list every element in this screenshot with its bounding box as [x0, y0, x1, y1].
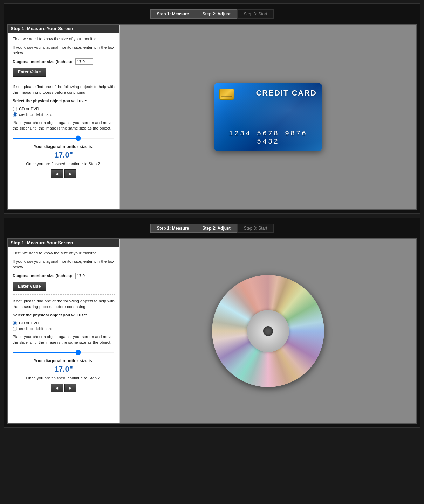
radio-cd-text-2: CD or DVD — [19, 321, 39, 325]
radio-group-2: CD or DVD credit or debit card — [13, 321, 115, 331]
next-btn-2[interactable]: ► — [64, 384, 77, 392]
size-slider-2[interactable] — [13, 352, 115, 353]
size-label-1: Diagonal monitor size (inches): — [13, 59, 73, 64]
card-chip — [219, 89, 234, 100]
radio-card-1[interactable] — [13, 112, 17, 117]
divider-1 — [13, 80, 115, 80]
size-label-2: Diagonal monitor size (inches): — [13, 274, 73, 278]
main-area-2: Step 1: Measure Your Screen First, we ne… — [7, 238, 417, 424]
size-slider-1[interactable] — [13, 138, 115, 139]
select-label-1: Select the physical object you will use: — [13, 98, 115, 104]
enter-value-btn-2[interactable]: Enter Value — [13, 282, 46, 291]
prev-btn-1[interactable]: ◄ — [51, 169, 63, 178]
result-label-1: Your diagonal monitor size is: — [13, 144, 115, 149]
tab-step2-adjust-2[interactable]: Step 2: Adjust — [196, 224, 237, 233]
continue-text-2: Once you are finished, continue to Step … — [13, 376, 115, 380]
panel-title-1: Step 1: Measure Your Screen — [8, 24, 119, 33]
card-title: CREDIT CARD — [256, 89, 317, 98]
cd-hole — [263, 326, 273, 336]
size-input-2[interactable] — [75, 273, 93, 279]
cd-inner — [247, 310, 289, 352]
tab-step3-start-2[interactable]: Step 3: Start — [237, 224, 274, 233]
select-label-2: Select the physical object you will use: — [13, 312, 115, 318]
widget-2: Step 1: Measure Step 2: Adjust Step 3: S… — [4, 218, 420, 428]
intro-text2-1: If you know your diagonal monitor size, … — [13, 44, 115, 56]
radio-card-label-2[interactable]: credit or debit card — [13, 327, 115, 331]
main-area-1: Step 1: Measure Your Screen First, we ne… — [7, 24, 417, 210]
prev-btn-2[interactable]: ◄ — [51, 384, 63, 392]
tab-bar-2: Step 1: Measure Step 2: Adjust Step 3: S… — [7, 222, 417, 235]
card-number: 1234 5678 9876 5432 — [219, 130, 317, 146]
next-btn-1[interactable]: ► — [64, 169, 77, 178]
display-area-2 — [120, 239, 416, 424]
radio-cd-label-1[interactable]: CD or DVD — [13, 107, 115, 111]
radio-card-text-2: credit or debit card — [19, 327, 52, 331]
result-value-1: 17.0" — [13, 150, 115, 160]
tab-bar-1: Step 1: Measure Step 2: Adjust Step 3: S… — [7, 7, 417, 21]
intro-text1-1: First, we need to know the size of your … — [13, 36, 115, 42]
result-value-2: 17.0" — [13, 365, 115, 374]
place-text-2: Place your chosen object against your sc… — [13, 334, 115, 345]
size-input-row-1: Diagonal monitor size (inches): — [13, 58, 115, 65]
nav-buttons-2: ◄ ► — [13, 384, 115, 392]
enter-value-btn-1[interactable]: Enter Value — [13, 68, 46, 77]
cd-disc — [212, 275, 324, 387]
divider-2 — [13, 294, 115, 295]
intro-text1-2: First, we need to know the size of your … — [13, 250, 115, 256]
continue-text-1: Once you are finished, continue to Step … — [13, 162, 115, 166]
panel-title-2: Step 1: Measure Your Screen — [8, 239, 119, 247]
not-text-2: If not, please find one of the following… — [13, 298, 115, 309]
radio-cd-text-1: CD or DVD — [19, 107, 39, 111]
tab-step3-start-1[interactable]: Step 3: Start — [237, 9, 274, 19]
credit-card: CREDIT CARD 1234 5678 9876 5432 — [214, 83, 322, 151]
tab-step2-adjust-1[interactable]: Step 2: Adjust — [196, 9, 237, 19]
left-panel-2: Step 1: Measure Your Screen First, we ne… — [8, 239, 120, 424]
left-panel-1: Step 1: Measure Your Screen First, we ne… — [8, 24, 120, 209]
radio-cd-label-2[interactable]: CD or DVD — [13, 321, 115, 326]
size-input-row-2: Diagonal monitor size (inches): — [13, 273, 115, 279]
not-text-1: If not, please find one of the following… — [13, 84, 115, 95]
nav-buttons-1: ◄ ► — [13, 169, 115, 178]
intro-text2-2: If you know your diagonal monitor size, … — [13, 259, 115, 270]
size-input-1[interactable] — [75, 58, 93, 65]
radio-card-label-1[interactable]: credit or debit card — [13, 112, 115, 117]
radio-card-2[interactable] — [13, 327, 17, 331]
place-text-1: Place your chosen object against your sc… — [13, 120, 115, 131]
radio-cd-2[interactable] — [13, 321, 17, 326]
radio-group-1: CD or DVD credit or debit card — [13, 107, 115, 117]
tab-step1-measure-2[interactable]: Step 1: Measure — [150, 224, 196, 233]
result-label-2: Your diagonal monitor size is: — [13, 358, 115, 363]
radio-card-text-1: credit or debit card — [19, 112, 52, 117]
widget-1: Step 1: Measure Step 2: Adjust Step 3: S… — [4, 4, 420, 214]
display-area-1: CREDIT CARD 1234 5678 9876 5432 — [120, 24, 416, 209]
tab-step1-measure-1[interactable]: Step 1: Measure — [150, 9, 196, 19]
slider-container-1 — [13, 135, 115, 140]
slider-container-2 — [13, 349, 115, 354]
radio-cd-1[interactable] — [13, 107, 17, 111]
